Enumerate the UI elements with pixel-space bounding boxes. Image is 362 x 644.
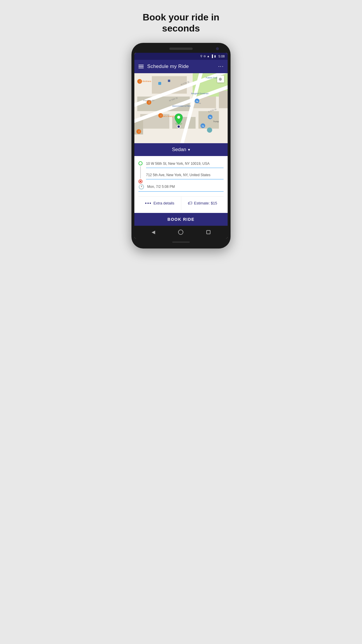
destination-dot-icon xyxy=(138,179,143,183)
nav-bar: ◀ xyxy=(134,226,228,239)
hamburger-menu-button[interactable] xyxy=(138,65,144,68)
dnd-status-icon: ⊖ xyxy=(203,55,206,58)
estimate-button[interactable]: 🏷 Estimate: $15 xyxy=(181,197,224,210)
phone-bottom xyxy=(134,242,228,243)
svg-point-31 xyxy=(207,127,212,133)
page-title: Book your ride in seconds xyxy=(126,12,236,34)
svg-rect-40 xyxy=(168,80,170,82)
form-area: 🕐 Mon, 7/2 5:08 PM ••• Extra details 🏷 E… xyxy=(134,156,228,213)
svg-text:⊕: ⊕ xyxy=(219,77,222,81)
status-bar: ⚲ ⊖ ▲ ▐ ▮ 5:08 xyxy=(134,53,228,60)
origin-field-wrap xyxy=(146,161,224,168)
chevron-down-icon: ▾ xyxy=(188,147,190,152)
svg-text:Benihana: Benihana xyxy=(143,80,151,82)
svg-rect-39 xyxy=(158,82,161,85)
app-bar-left: Schedule my Ride xyxy=(138,64,189,69)
dots-icon: ••• xyxy=(145,201,152,206)
svg-text:🛍: 🛍 xyxy=(202,125,204,127)
phone-speaker xyxy=(169,48,193,50)
vehicle-label: Sedan xyxy=(172,147,186,153)
app-bar-title: Schedule my Ride xyxy=(147,64,189,69)
svg-point-42 xyxy=(177,116,180,119)
svg-text:🛍: 🛍 xyxy=(209,116,211,119)
destination-input[interactable] xyxy=(146,173,224,177)
svg-text:Physique 57: Physique 57 xyxy=(143,99,154,102)
app-bar: Schedule my Ride ⋮ xyxy=(134,60,228,73)
origin-input[interactable] xyxy=(146,162,224,166)
svg-text:🍴: 🍴 xyxy=(138,80,141,83)
book-ride-button[interactable]: BOOK RIDE xyxy=(134,213,228,226)
clock-icon: 🕐 xyxy=(138,184,144,190)
vehicle-selector[interactable]: Sedan ▾ xyxy=(134,143,228,156)
phone-home-bar xyxy=(172,242,190,243)
svg-text:🍴: 🍴 xyxy=(138,130,140,133)
battery-status-icon: ▮ xyxy=(214,55,216,58)
recents-nav-icon[interactable] xyxy=(206,230,210,234)
datetime-text[interactable]: Mon, 7/2 5:08 PM xyxy=(147,185,175,189)
svg-text:Abercrombie & Fitch: Abercrombie & Fitch xyxy=(172,105,191,107)
phone-camera xyxy=(216,47,219,50)
destination-field-wrap xyxy=(146,172,224,179)
svg-point-43 xyxy=(177,125,180,128)
origin-dot-icon xyxy=(138,161,143,165)
status-icons: ⚲ ⊖ ▲ ▐ ▮ xyxy=(200,55,216,58)
more-options-icon[interactable]: ⋮ xyxy=(218,64,224,69)
tag-icon: 🏷 xyxy=(188,201,192,206)
extra-details-label: Extra details xyxy=(153,201,174,205)
estimate-label: Estimate: $15 xyxy=(194,201,217,205)
svg-rect-5 xyxy=(219,91,228,108)
location-status-icon: ⚲ xyxy=(200,55,202,58)
map-area[interactable]: W 57th St W 56th St 5th Ave E 57th St 🍴 … xyxy=(134,73,228,143)
signal-status-icon: ▐ xyxy=(211,55,213,58)
extra-details-button[interactable]: ••• Extra details xyxy=(138,197,181,210)
svg-text:Trump: Trump xyxy=(213,120,219,123)
svg-text:Joe's Shanghai: Joe's Shanghai xyxy=(162,115,176,118)
phone-screen: ⚲ ⊖ ▲ ▐ ▮ 5:08 Schedule my Ride xyxy=(134,53,228,239)
route-icons xyxy=(138,161,143,183)
datetime-row[interactable]: 🕐 Mon, 7/2 5:08 PM xyxy=(138,184,224,192)
svg-text:🛍: 🛍 xyxy=(196,100,198,103)
route-fields xyxy=(146,161,224,183)
back-nav-icon[interactable]: ◀ xyxy=(152,229,155,235)
status-time: 5:08 xyxy=(219,55,225,58)
route-line-icon xyxy=(140,166,141,178)
wifi-status-icon: ▲ xyxy=(207,55,210,58)
phone-shell: ⚲ ⊖ ▲ ▐ ▮ 5:08 Schedule my Ride xyxy=(131,43,231,249)
home-nav-icon[interactable] xyxy=(178,230,183,235)
svg-text:Bergdorf Goodman: Bergdorf Goodman xyxy=(191,92,209,95)
route-inputs xyxy=(138,161,224,183)
bottom-actions: ••• Extra details 🏷 Estimate: $15 xyxy=(138,196,224,210)
phone-top xyxy=(134,48,228,50)
